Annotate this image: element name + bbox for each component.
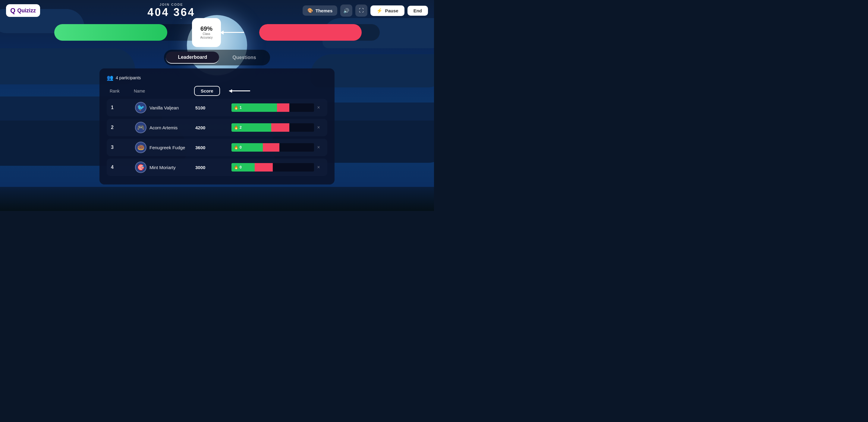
player-name: Acorn Artemis bbox=[150, 125, 178, 130]
fire-icon: 🔥 bbox=[234, 165, 239, 170]
end-label: End bbox=[413, 8, 422, 13]
player-name-cell: 🎯 Mint Moriarty bbox=[135, 161, 195, 173]
player-score: 4200 bbox=[195, 125, 231, 130]
fire-icon: 🔥 bbox=[234, 106, 239, 110]
water-decoration bbox=[0, 187, 434, 211]
participants-icon: 👥 bbox=[107, 74, 113, 81]
score-bar-red bbox=[255, 163, 273, 172]
player-name-cell: 🎮 Acorn Artemis bbox=[135, 122, 195, 133]
score-header-wrapper: Score bbox=[194, 86, 230, 96]
pause-icon: ⚡ bbox=[376, 8, 382, 13]
score-column-header: Score bbox=[201, 88, 213, 93]
tab-questions[interactable]: Questions bbox=[220, 52, 268, 64]
score-bar-red bbox=[277, 103, 289, 112]
accuracy-label: ClassAccuracy bbox=[200, 32, 213, 39]
player-name: Fenugreek Fudge bbox=[150, 145, 185, 150]
green-progress-container: 69% ClassAccuracy bbox=[54, 24, 205, 41]
fire-icon: 🔥 bbox=[234, 145, 239, 150]
accuracy-circle: 69% ClassAccuracy bbox=[193, 19, 220, 46]
avatar-icon: 🎯 bbox=[137, 164, 145, 171]
participants-count: 4 participants bbox=[116, 76, 141, 80]
participants-header: 👥 4 participants bbox=[107, 74, 327, 81]
table-row: 3 🍩 Fenugreek Fudge 3600 🔥 0 × bbox=[107, 139, 327, 156]
leaderboard-panel: 👥 4 participants Rank Name Score 1 🐦 Van… bbox=[99, 68, 335, 184]
score-bar-red bbox=[263, 143, 279, 152]
progress-area: 69% ClassAccuracy bbox=[0, 24, 434, 41]
score-column-header-box: Score bbox=[194, 86, 220, 96]
avatar: 🎮 bbox=[135, 122, 147, 133]
score-bar-green: 🔥 0 bbox=[231, 163, 255, 172]
avatar: 🍩 bbox=[135, 142, 147, 153]
player-score: 5100 bbox=[195, 105, 231, 110]
palette-icon: 🎨 bbox=[307, 8, 313, 13]
tab-questions-label: Questions bbox=[232, 55, 256, 60]
logo-q-icon: Q bbox=[10, 7, 16, 14]
themes-button[interactable]: 🎨 Themes bbox=[303, 5, 338, 16]
join-code-value: 404 364 bbox=[147, 6, 195, 19]
table-row: 2 🎮 Acorn Artemis 4200 🔥 2 × bbox=[107, 119, 327, 136]
score-arrow-line bbox=[229, 90, 250, 91]
red-progress-container bbox=[259, 24, 380, 41]
avatar-icon: 🎮 bbox=[137, 124, 145, 131]
player-name-cell: 🍩 Fenugreek Fudge bbox=[135, 142, 195, 153]
score-bar: 🔥 0 bbox=[231, 163, 314, 172]
pause-label: Pause bbox=[385, 8, 398, 13]
score-arrow bbox=[229, 90, 250, 91]
streak-value: 0 bbox=[240, 165, 242, 170]
logo-text: Quizizz bbox=[17, 7, 36, 14]
remove-player-button[interactable]: × bbox=[314, 105, 323, 110]
avatar-icon: 🍩 bbox=[137, 144, 145, 151]
player-rank: 3 bbox=[111, 145, 135, 150]
accuracy-percent: 69% bbox=[200, 25, 213, 32]
fullscreen-button[interactable]: ⛶ bbox=[355, 4, 367, 17]
red-progress-bar bbox=[259, 24, 362, 41]
score-bar: 🔥 2 bbox=[231, 123, 314, 132]
rank-column-header: Rank bbox=[110, 89, 134, 93]
avatar: 🐦 bbox=[135, 102, 147, 113]
tabs: Leaderboard Questions bbox=[164, 50, 270, 65]
streak-value: 1 bbox=[240, 106, 242, 110]
player-score: 3600 bbox=[195, 145, 231, 150]
tab-leaderboard-label: Leaderboard bbox=[178, 55, 207, 60]
join-code-area: JOIN CODE 404 364 bbox=[147, 3, 195, 19]
fire-icon: 🔥 bbox=[234, 125, 239, 130]
end-button[interactable]: End bbox=[407, 6, 428, 16]
pause-button[interactable]: ⚡ Pause bbox=[370, 5, 404, 16]
player-rank: 2 bbox=[111, 125, 135, 130]
arrow-line bbox=[220, 32, 244, 33]
logo: Q Quizizz bbox=[6, 4, 40, 17]
streak-value: 2 bbox=[240, 125, 242, 130]
remove-player-button[interactable]: × bbox=[314, 125, 323, 130]
green-progress-bar bbox=[54, 24, 167, 41]
player-rank: 4 bbox=[111, 164, 135, 170]
sound-icon: 🔊 bbox=[343, 8, 349, 13]
table-header: Rank Name Score bbox=[107, 86, 327, 99]
streak-value: 0 bbox=[240, 145, 242, 150]
score-bar: 🔥 1 bbox=[231, 103, 314, 112]
name-column-header: Name bbox=[134, 89, 194, 93]
score-bar-green: 🔥 1 bbox=[231, 103, 277, 112]
remove-player-button[interactable]: × bbox=[314, 164, 323, 170]
player-list: 1 🐦 Vanilla Valjean 5100 🔥 1 × 2 bbox=[107, 99, 327, 176]
table-row: 4 🎯 Mint Moriarty 3000 🔥 0 × bbox=[107, 158, 327, 176]
fullscreen-icon: ⛶ bbox=[359, 8, 364, 13]
header-controls: 🎨 Themes 🔊 ⛶ ⚡ Pause End bbox=[303, 4, 428, 17]
themes-label: Themes bbox=[315, 8, 333, 13]
tab-leaderboard[interactable]: Leaderboard bbox=[166, 52, 219, 64]
score-bar: 🔥 0 bbox=[231, 143, 314, 152]
sound-button[interactable]: 🔊 bbox=[340, 4, 352, 17]
score-bar-green: 🔥 2 bbox=[231, 123, 271, 132]
score-bar-dark bbox=[289, 103, 314, 112]
player-name-cell: 🐦 Vanilla Valjean bbox=[135, 102, 195, 113]
player-score: 3000 bbox=[195, 165, 231, 170]
player-name: Mint Moriarty bbox=[150, 165, 176, 170]
score-bar-dark bbox=[273, 163, 314, 172]
tabs-container: Leaderboard Questions bbox=[0, 50, 434, 65]
table-row: 1 🐦 Vanilla Valjean 5100 🔥 1 × bbox=[107, 99, 327, 116]
remove-player-button[interactable]: × bbox=[314, 145, 323, 150]
player-rank: 1 bbox=[111, 105, 135, 110]
score-bar-dark bbox=[279, 143, 314, 152]
player-name: Vanilla Valjean bbox=[150, 105, 179, 110]
score-bar-dark bbox=[289, 123, 314, 132]
avatar: 🎯 bbox=[135, 161, 147, 173]
